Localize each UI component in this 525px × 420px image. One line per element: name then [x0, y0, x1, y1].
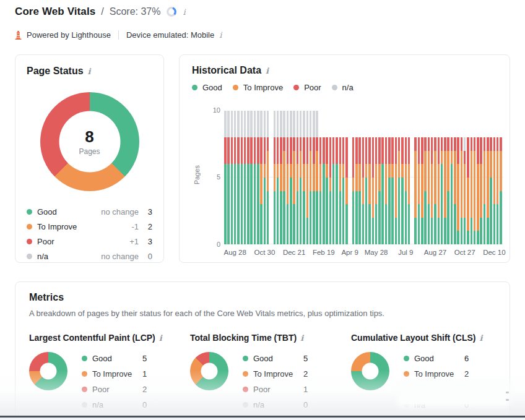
stacked-bar[interactable] — [339, 137, 342, 244]
stacked-bar[interactable] — [388, 137, 391, 244]
stacked-bar[interactable] — [487, 137, 489, 244]
stacked-bar[interactable] — [441, 137, 443, 244]
stacked-bar[interactable] — [418, 137, 420, 244]
bar-plot-area[interactable] — [224, 110, 503, 244]
stacked-bar[interactable] — [421, 137, 423, 244]
stacked-bar[interactable] — [500, 137, 502, 244]
stacked-bar[interactable] — [372, 137, 375, 244]
stacked-bar[interactable] — [227, 111, 230, 244]
historical-info-icon[interactable]: i — [266, 67, 269, 75]
stacked-bar[interactable] — [438, 137, 440, 244]
stacked-bar[interactable] — [355, 137, 358, 244]
stacked-bar[interactable] — [306, 111, 309, 244]
page-status-info-icon[interactable]: i — [88, 67, 91, 75]
stacked-bar[interactable] — [280, 111, 282, 244]
bar-segment-good — [464, 218, 466, 244]
stacked-bar[interactable] — [365, 137, 368, 244]
stacked-bar[interactable] — [395, 137, 397, 244]
stacked-bar[interactable] — [254, 111, 256, 244]
stacked-bar[interactable] — [375, 137, 378, 244]
stacked-bar[interactable] — [234, 111, 236, 244]
stacked-bar[interactable] — [434, 137, 436, 244]
stacked-bar[interactable] — [447, 137, 449, 244]
stacked-bar[interactable] — [391, 137, 394, 244]
stacked-bar[interactable] — [310, 111, 312, 244]
stacked-bar[interactable] — [267, 111, 269, 244]
stacked-bar[interactable] — [241, 111, 243, 244]
stacked-bar[interactable] — [316, 111, 318, 244]
metric-donut-chart[interactable] — [29, 352, 67, 390]
stacked-bar[interactable] — [326, 137, 328, 244]
stacked-bar[interactable] — [250, 111, 253, 244]
stacked-bar[interactable] — [428, 137, 430, 244]
stacked-bar[interactable] — [461, 137, 463, 244]
stacked-bar[interactable] — [300, 111, 302, 244]
stacked-bar[interactable] — [303, 111, 305, 244]
stacked-bar[interactable] — [283, 111, 285, 244]
metric-info-icon[interactable]: i — [159, 334, 162, 342]
metric-donut-chart[interactable] — [351, 352, 389, 390]
stacked-bar[interactable] — [378, 137, 381, 244]
stacked-bar[interactable] — [493, 137, 496, 244]
stacked-bar[interactable] — [405, 137, 407, 244]
historical-chart[interactable]: Pages 10 5 0 Aug 28Oct 30Dec 21Feb 19Apr… — [192, 100, 497, 255]
stacked-bar[interactable] — [264, 111, 266, 244]
stacked-bar[interactable] — [358, 137, 361, 244]
stacked-bar[interactable] — [471, 137, 473, 244]
stacked-bar[interactable] — [368, 137, 371, 244]
stacked-bar[interactable] — [260, 111, 262, 244]
stacked-bar[interactable] — [457, 137, 459, 244]
stacked-bar[interactable] — [244, 111, 246, 244]
stacked-bar[interactable] — [224, 111, 227, 244]
stacked-bar[interactable] — [293, 111, 295, 244]
stacked-bar[interactable] — [477, 137, 479, 244]
stacked-bar[interactable] — [287, 111, 289, 244]
stacked-bar[interactable] — [431, 137, 433, 244]
device-info-icon[interactable]: i — [219, 31, 222, 39]
stacked-bar[interactable] — [398, 137, 401, 244]
stacked-bar[interactable] — [352, 137, 355, 244]
stacked-bar[interactable] — [345, 137, 348, 244]
stacked-bar[interactable] — [497, 137, 499, 244]
stacked-bar[interactable] — [424, 137, 427, 244]
historical-legend-item-improve[interactable]: To Improve — [233, 83, 283, 92]
stacked-bar[interactable] — [484, 137, 486, 244]
stacked-bar[interactable] — [257, 111, 259, 244]
stacked-bar[interactable] — [464, 137, 466, 244]
stacked-bar[interactable] — [342, 137, 345, 244]
historical-legend-item-poor[interactable]: Poor — [293, 83, 321, 92]
stacked-bar[interactable] — [467, 137, 469, 244]
stacked-bar[interactable] — [480, 137, 482, 244]
stacked-bar[interactable] — [332, 137, 335, 244]
stacked-bar[interactable] — [336, 137, 338, 244]
stacked-bar[interactable] — [319, 137, 322, 244]
metric-info-icon[interactable]: i — [479, 334, 482, 342]
stacked-bar[interactable] — [323, 137, 325, 244]
stacked-bar[interactable] — [247, 111, 249, 244]
stacked-bar[interactable] — [231, 111, 233, 244]
metric-info-icon[interactable]: i — [300, 334, 303, 342]
stacked-bar[interactable] — [290, 111, 292, 244]
stacked-bar[interactable] — [414, 137, 417, 244]
stacked-bar[interactable] — [313, 111, 315, 244]
stacked-bar[interactable] — [408, 137, 410, 244]
historical-legend-item-na[interactable]: n/a — [332, 83, 354, 92]
stacked-bar[interactable] — [444, 137, 446, 244]
stacked-bar[interactable] — [454, 137, 456, 244]
stacked-bar[interactable] — [329, 137, 332, 244]
stacked-bar[interactable] — [474, 137, 476, 244]
stacked-bar[interactable] — [381, 137, 384, 244]
score-info-icon[interactable]: i — [183, 8, 185, 16]
stacked-bar[interactable] — [297, 111, 299, 244]
stacked-bar[interactable] — [385, 137, 388, 244]
metric-donut-chart[interactable] — [190, 352, 228, 390]
stacked-bar[interactable] — [277, 111, 279, 244]
historical-legend-item-good[interactable]: Good — [192, 83, 222, 92]
stacked-bar[interactable] — [237, 111, 240, 244]
stacked-bar[interactable] — [401, 137, 404, 244]
stacked-bar[interactable] — [490, 137, 492, 244]
stacked-bar[interactable] — [451, 137, 453, 244]
stacked-bar[interactable] — [274, 111, 276, 244]
page-status-donut-chart[interactable]: 8 Pages — [40, 92, 139, 191]
stacked-bar[interactable] — [362, 137, 365, 244]
